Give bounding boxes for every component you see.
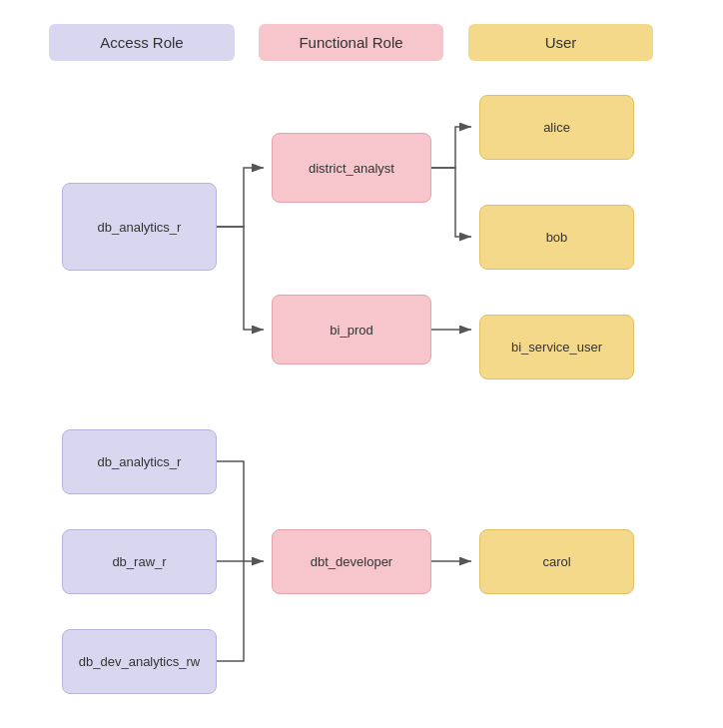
box-bi-prod: bi_prod	[272, 295, 431, 364]
header-user: User	[468, 24, 653, 61]
box-alice: alice	[479, 95, 634, 160]
box-bob: bob	[479, 205, 634, 270]
diagram: Access Role Functional Role User	[0, 0, 723, 728]
box-bi-service-user: bi_service_user	[479, 315, 634, 379]
header-functional-label: Functional Role	[299, 34, 402, 51]
box-dbt-developer: dbt_developer	[272, 529, 431, 594]
header-access-label: Access Role	[100, 34, 183, 51]
box-db-raw-r: db_raw_r	[62, 529, 217, 594]
header-functional: Functional Role	[259, 24, 443, 61]
box-db-analytics-r-top: db_analytics_r	[62, 183, 217, 271]
header-user-label: User	[545, 34, 577, 51]
header-access: Access Role	[49, 24, 235, 61]
box-district-analyst: district_analyst	[272, 133, 431, 203]
box-db-dev-analytics-rw: db_dev_analytics_rw	[62, 629, 217, 694]
box-carol: carol	[479, 529, 634, 594]
box-db-analytics-r-bot: db_analytics_r	[62, 429, 217, 494]
